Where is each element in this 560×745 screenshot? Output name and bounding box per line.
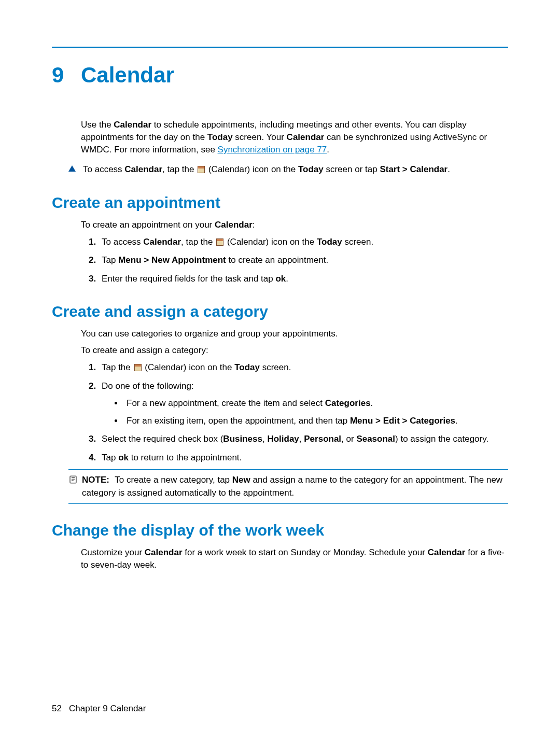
text: ) to assign the category. — [395, 434, 488, 444]
text: . — [327, 145, 329, 154]
triangle-icon — [68, 165, 76, 172]
chapter-name: Calendar — [81, 63, 174, 87]
intro-paragraph: Use the Calendar to schedule appointment… — [81, 119, 508, 156]
heading-create-appointment: Create an appointment — [52, 194, 508, 212]
bold: Calendar — [145, 547, 183, 557]
bold: Calendar — [124, 164, 162, 174]
text: To access — [83, 164, 124, 174]
footer-chapter: Chapter 9 Calendar — [69, 704, 146, 713]
text: Use the — [81, 120, 114, 130]
text: : — [253, 220, 255, 230]
text: To create a new category, tap — [115, 475, 232, 485]
text: Enter the required fields for the task a… — [102, 274, 275, 284]
bold: Menu > New Appointment — [118, 255, 226, 265]
list-item: For an existing item, open the appointme… — [123, 414, 508, 428]
calendar-icon — [134, 364, 142, 371]
bold: Business — [223, 434, 262, 444]
bold: ok — [275, 274, 286, 284]
text: Tap — [102, 453, 118, 462]
text: Do one of the following: — [102, 381, 194, 391]
bold: Holiday — [267, 434, 299, 444]
list-item: Enter the required fields for the task a… — [99, 272, 508, 286]
text: (Calendar) icon on the — [206, 164, 298, 174]
text: Tap the — [102, 362, 133, 372]
text: To access — [102, 237, 143, 247]
text: screen. — [260, 362, 291, 372]
s2-intro: You can use categories to organize and g… — [81, 328, 508, 357]
access-instruction: To access Calendar, tap the (Calendar) i… — [68, 163, 508, 176]
bold: Calendar — [215, 220, 253, 230]
text: For a new appointment, create the item a… — [127, 398, 325, 408]
text: . — [286, 274, 288, 284]
text: For an existing item, open the appointme… — [127, 416, 350, 426]
calendar-icon — [198, 166, 205, 173]
text: , tap the — [162, 164, 197, 174]
bold: Today — [317, 237, 342, 247]
s1-lead: To create an appointment on your Calenda… — [81, 219, 508, 231]
bold: Seasonal — [356, 434, 395, 444]
text: (Calendar) icon on the — [225, 237, 317, 247]
text: Select the required check box ( — [102, 434, 223, 444]
bold: Calendar — [114, 120, 151, 130]
text: , tap the — [181, 237, 215, 247]
list-item: Do one of the following: For a new appoi… — [99, 379, 508, 428]
bold: Start > Calendar — [380, 164, 447, 174]
text: to create an appointment. — [226, 255, 329, 265]
chapter-title: 9Calendar — [52, 63, 508, 88]
bold: Today — [298, 164, 324, 174]
text: , or — [341, 434, 356, 444]
text: Customize your — [81, 547, 145, 557]
list-item: For a new appointment, create the item a… — [123, 397, 508, 410]
list-item: Tap Menu > New Appointment to create an … — [99, 254, 508, 267]
bold: Calendar — [287, 132, 325, 142]
s1-steps: To access Calendar, tap the (Calendar) i… — [81, 235, 508, 286]
text: to return to the appointment. — [129, 453, 242, 462]
bold: Today — [207, 132, 233, 142]
text: . — [455, 416, 458, 426]
bold: Calendar — [143, 237, 181, 247]
heading-create-category: Create and assign a category — [52, 303, 508, 320]
list-item: Tap ok to return to the appointment. — [99, 451, 508, 465]
link-synchronization[interactable]: Synchronization on page 77 — [218, 145, 327, 154]
text: You can use categories to organize and g… — [81, 328, 508, 340]
text: . — [371, 398, 373, 408]
text: Tap — [102, 255, 118, 265]
chapter-number: 9 — [52, 63, 81, 88]
text: screen. Your — [233, 132, 287, 142]
text: screen. — [342, 237, 373, 247]
s2-steps: Tap the (Calendar) icon on the Today scr… — [81, 361, 508, 464]
text: , — [262, 434, 267, 444]
bold: Categories — [325, 398, 371, 408]
page-footer: 52 Chapter 9 Calendar — [52, 704, 146, 714]
text: To create an appointment on your — [81, 220, 215, 230]
calendar-icon — [216, 238, 223, 246]
note-box: NOTE: To create a new category, tap New … — [68, 469, 508, 503]
list-item: Tap the (Calendar) icon on the Today scr… — [99, 361, 508, 374]
top-rule — [52, 47, 508, 48]
heading-change-display: Change the display of the work week — [52, 522, 508, 539]
text: , — [299, 434, 304, 444]
bold: New — [232, 475, 250, 485]
bold: Calendar — [428, 547, 466, 557]
list-item: To access Calendar, tap the (Calendar) i… — [99, 235, 508, 249]
text: (Calendar) icon on the — [143, 362, 235, 372]
text: To create and assign a category: — [81, 344, 508, 357]
page-number: 52 — [52, 704, 62, 713]
list-item: Select the required check box (Business,… — [99, 432, 508, 446]
bold: ok — [118, 453, 129, 462]
text: screen or tap — [324, 164, 380, 174]
bold: Today — [234, 362, 260, 372]
bold: Personal — [304, 434, 341, 444]
text: for a work week to start on Sunday or Mo… — [183, 547, 428, 557]
sub-bullets: For a new appointment, create the item a… — [113, 397, 508, 427]
note-icon — [68, 475, 78, 484]
note-label: NOTE: — [82, 475, 109, 485]
s3-paragraph: Customize your Calendar for a work week … — [81, 546, 508, 571]
text: . — [447, 164, 450, 174]
bold: Menu > Edit > Categories — [350, 416, 455, 426]
